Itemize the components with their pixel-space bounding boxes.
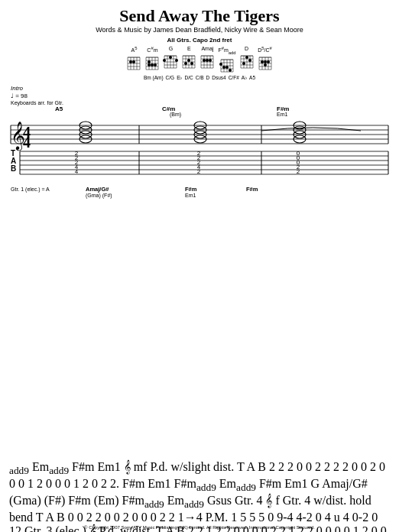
svg-text:Gtr. 1 (elec.) = A: Gtr. 1 (elec.) = A xyxy=(11,187,50,193)
svg-point-78 xyxy=(229,69,232,72)
svg-point-11 xyxy=(132,60,135,63)
svg-text:(Bm): (Bm) xyxy=(170,112,181,118)
svg-point-103 xyxy=(264,60,267,63)
svg-text:F#m: F#m xyxy=(185,186,197,193)
svg-point-91 xyxy=(242,62,245,65)
song-title: Send Away The Tigers xyxy=(9,6,390,26)
svg-text:4: 4 xyxy=(75,168,79,175)
svg-point-50 xyxy=(190,62,193,65)
page: Send Away The Tigers Words & Music by Ja… xyxy=(0,0,399,532)
chord-E: E xyxy=(181,46,196,73)
subtitle: Words & Music by James Dean Bradfield, N… xyxy=(9,26,390,34)
svg-text:Em1: Em1 xyxy=(277,112,288,117)
music-notation: Intro ♩ = 98 Keyboards arr. for Gtr. A5 … xyxy=(9,83,390,532)
svg-text:2: 2 xyxy=(197,168,201,175)
svg-point-63 xyxy=(206,59,209,62)
chord-grid-A5 xyxy=(126,54,141,71)
notation-svg: Intro ♩ = 98 Keyboards arr. for Gtr. A5 … xyxy=(9,83,390,457)
svg-text:F#m: F#m xyxy=(246,186,258,193)
chord-diagrams-section: All Gtrs. Capo 2nd fret A5 xyxy=(9,37,390,80)
svg-point-90 xyxy=(248,59,251,62)
svg-point-89 xyxy=(245,56,248,59)
svg-point-75 xyxy=(219,63,222,66)
svg-point-76 xyxy=(222,66,225,69)
svg-point-36 xyxy=(163,59,166,62)
title-section: Send Away The Tigers Words & Music by Ja… xyxy=(9,6,390,34)
chord-grid-Amaj xyxy=(200,53,215,70)
svg-point-25 xyxy=(148,63,151,66)
chord-Fshmadd: F#madd xyxy=(218,46,235,73)
chord-Amaj: Amaj xyxy=(200,46,215,73)
chord-grid-E xyxy=(181,53,196,70)
svg-point-38 xyxy=(175,59,178,62)
svg-text:4: 4 xyxy=(23,134,31,151)
svg-point-105 xyxy=(264,63,267,66)
capo-label: All Gtrs. Capo 2nd fret xyxy=(9,37,390,44)
svg-point-77 xyxy=(225,66,229,69)
svg-point-51 xyxy=(184,62,187,65)
chord-grid-G xyxy=(163,53,178,70)
svg-text:A5: A5 xyxy=(55,105,63,112)
svg-point-104 xyxy=(267,60,270,63)
copyright: © Copyright 2007 Sony/ATV Music Publishi… xyxy=(0,525,399,530)
svg-point-37 xyxy=(169,56,172,59)
svg-text:(Gma)  (F#): (Gma) (F#) xyxy=(86,193,112,199)
chord-row-2: Bm (Am) C/G E♭ D/C C/B D Dsus4 C/F# A♭ A… xyxy=(9,75,390,81)
chord-G: G xyxy=(163,46,178,73)
chord-A5: A5 xyxy=(126,46,141,73)
svg-point-23 xyxy=(151,63,154,66)
chord-Cshm: C#m xyxy=(144,46,160,73)
svg-point-49 xyxy=(187,59,190,62)
chord-grid-D5Csh xyxy=(258,54,273,71)
chord-D: D xyxy=(239,46,255,73)
svg-text:Intro: Intro xyxy=(11,85,24,92)
svg-point-62 xyxy=(203,59,206,62)
svg-text:2: 2 xyxy=(297,168,300,175)
chord-D5Csh: D5/C# xyxy=(258,46,273,73)
chord-row-1: A5 C#m xyxy=(9,46,390,73)
svg-text:♩ = 98: ♩ = 98 xyxy=(11,92,28,99)
chord-grid-Fshmadd xyxy=(219,57,235,73)
svg-point-22 xyxy=(148,60,151,63)
svg-text:B: B xyxy=(11,164,16,173)
svg-point-24 xyxy=(154,63,157,66)
svg-point-64 xyxy=(209,59,212,62)
chord-grid-D xyxy=(239,53,255,70)
svg-point-10 xyxy=(129,60,132,63)
svg-text:Amaj/G#: Amaj/G# xyxy=(86,186,109,193)
svg-text:Em1: Em1 xyxy=(185,193,196,198)
chord-grid-Cshm xyxy=(144,54,160,71)
svg-point-102 xyxy=(261,60,264,63)
